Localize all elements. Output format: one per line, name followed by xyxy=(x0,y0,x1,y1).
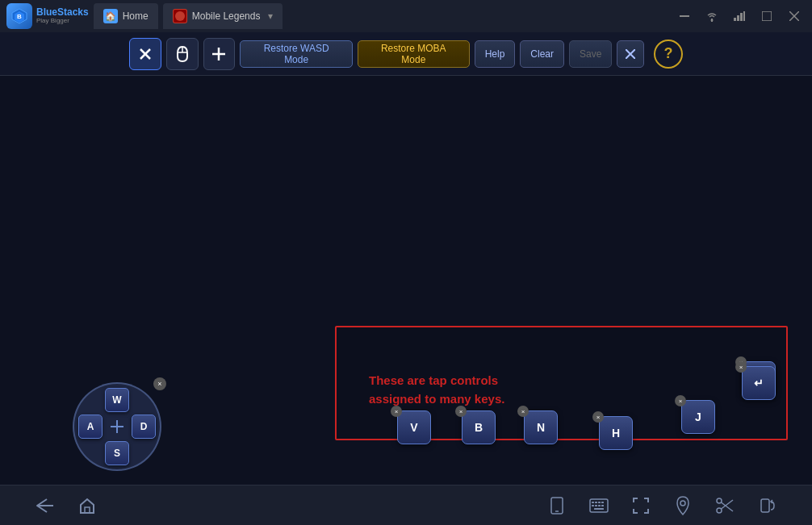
tab-game-label: Mobile Legends xyxy=(192,10,261,22)
key-w-button[interactable]: W xyxy=(105,388,129,412)
maximize-button[interactable] xyxy=(755,8,778,24)
clear-button[interactable]: Clear xyxy=(520,40,564,68)
svg-rect-35 xyxy=(598,505,601,506)
key-b-remove[interactable]: × xyxy=(455,406,467,417)
tap-area: These are tap controls assigned to many … xyxy=(335,326,788,440)
location-icon[interactable] xyxy=(670,493,696,519)
help-circle-button[interactable]: ? xyxy=(654,40,683,69)
wasd-remove-button[interactable]: × xyxy=(153,377,166,390)
svg-rect-32 xyxy=(601,502,604,503)
svg-point-38 xyxy=(680,501,685,506)
minimize-button[interactable] xyxy=(673,8,696,24)
game-tab-icon xyxy=(173,9,187,23)
signal-icon xyxy=(728,8,751,24)
wasd-control: W A S D × xyxy=(73,382,161,471)
key-n-remove[interactable]: × xyxy=(517,406,529,417)
bottom-right-controls xyxy=(544,493,780,519)
svg-rect-8 xyxy=(737,15,739,21)
title-bar: B BlueStacks Play Bigger 🏠 Home Mobile L… xyxy=(0,0,812,32)
logo-icon: B xyxy=(6,3,32,29)
home-tab-icon: 🏠 xyxy=(103,9,118,23)
svg-rect-11 xyxy=(762,11,772,21)
svg-rect-34 xyxy=(595,505,597,506)
key-v-button[interactable]: V xyxy=(397,410,431,444)
mouse-tool-button[interactable] xyxy=(166,38,199,70)
svg-rect-31 xyxy=(598,502,601,503)
wifi-icon xyxy=(701,8,723,24)
logo-text: BlueStacks Play Bigger xyxy=(36,7,89,25)
tab-home[interactable]: 🏠 Home xyxy=(94,3,158,29)
svg-point-6 xyxy=(711,19,714,22)
fullscreen-icon[interactable] xyxy=(628,493,654,519)
tap-info-text: These are tap controls assigned to many … xyxy=(369,372,546,408)
svg-point-40 xyxy=(717,508,722,513)
bottom-left-controls xyxy=(32,493,100,519)
svg-rect-29 xyxy=(592,502,594,503)
svg-rect-36 xyxy=(601,505,604,506)
main-area: W A S D × These are tap controls assigne… xyxy=(0,76,812,485)
key-h-remove[interactable]: × xyxy=(592,411,604,423)
key-h-button[interactable]: H xyxy=(599,416,633,450)
svg-rect-9 xyxy=(740,13,743,21)
close-toolbar-button[interactable] xyxy=(617,40,644,68)
svg-rect-7 xyxy=(734,18,736,21)
key-v-remove[interactable]: × xyxy=(391,406,402,417)
tab-game[interactable]: Mobile Legends ▾ xyxy=(163,3,283,29)
center-cross-icon xyxy=(107,417,127,436)
tab-home-label: Home xyxy=(123,10,149,22)
key-enter-button[interactable]: ↵ xyxy=(742,366,776,400)
help-button[interactable]: Help xyxy=(475,40,516,68)
bottom-bar xyxy=(0,485,812,525)
key-j-button[interactable]: J xyxy=(681,400,715,434)
bluestacks-logo: B BlueStacks Play Bigger xyxy=(6,3,89,29)
save-button[interactable]: Save xyxy=(569,40,612,68)
key-s-button[interactable]: S xyxy=(105,441,129,465)
back-button[interactable] xyxy=(32,493,58,519)
logo-name: BlueStacks xyxy=(36,7,89,17)
key-b-button[interactable]: B xyxy=(462,410,496,444)
phone-icon[interactable] xyxy=(544,493,570,519)
restore-moba-button[interactable]: Restore MOBA Mode xyxy=(358,40,470,68)
keyboard-icon[interactable] xyxy=(586,493,612,519)
toolbar: Restore WASD Mode Restore MOBA Mode Help… xyxy=(0,32,812,76)
svg-rect-30 xyxy=(595,502,597,503)
svg-rect-43 xyxy=(761,499,769,512)
scissors-icon[interactable] xyxy=(712,493,738,519)
key-a-button[interactable]: A xyxy=(78,415,103,439)
key-n-button[interactable]: N xyxy=(524,410,558,444)
gamepad-tool-button[interactable] xyxy=(203,38,236,70)
svg-rect-25 xyxy=(85,507,90,513)
close-button[interactable] xyxy=(783,8,806,24)
wasd-ring: W A S D xyxy=(73,382,161,471)
home-button[interactable] xyxy=(74,493,100,519)
svg-point-4 xyxy=(175,11,185,21)
svg-point-39 xyxy=(717,498,722,503)
svg-rect-33 xyxy=(592,505,594,506)
key-j-remove[interactable]: × xyxy=(675,395,686,406)
rotation-icon[interactable] xyxy=(754,493,780,519)
svg-text:B: B xyxy=(17,13,22,20)
key-d-button[interactable]: D xyxy=(132,415,156,439)
svg-rect-37 xyxy=(594,508,604,510)
key-enter-remove[interactable]: × xyxy=(735,361,747,373)
svg-rect-10 xyxy=(743,11,745,21)
logo-slogan: Play Bigger xyxy=(36,17,89,25)
cross-tool-button[interactable] xyxy=(129,38,161,70)
svg-rect-5 xyxy=(680,15,689,17)
restore-wasd-button[interactable]: Restore WASD Mode xyxy=(240,40,353,68)
